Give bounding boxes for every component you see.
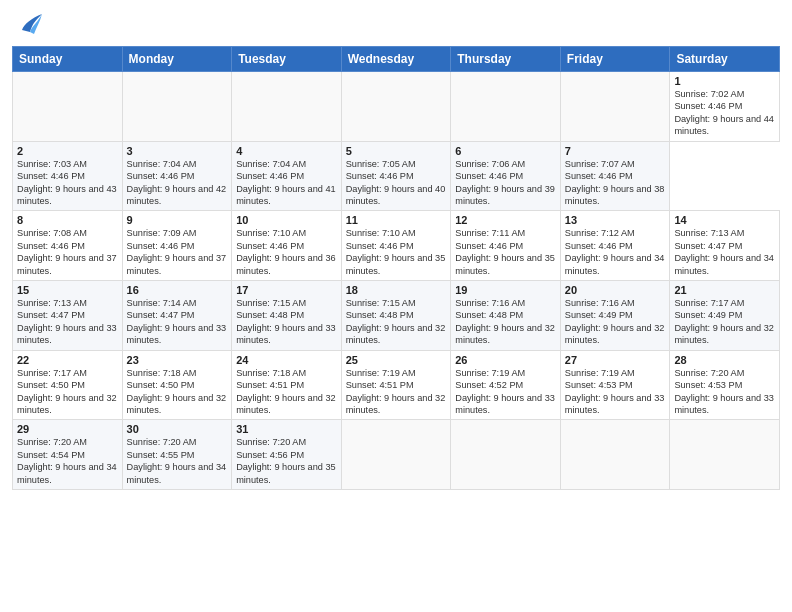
day-number: 10 (236, 214, 337, 226)
empty-cell (451, 72, 561, 142)
day-info: Sunrise: 7:10 AMSunset: 4:46 PMDaylight:… (236, 227, 337, 277)
day-number: 13 (565, 214, 666, 226)
calendar-day-25: 25Sunrise: 7:19 AMSunset: 4:51 PMDayligh… (341, 350, 451, 420)
page: SundayMondayTuesdayWednesdayThursdayFrid… (0, 0, 792, 612)
calendar-week-2: 8Sunrise: 7:08 AMSunset: 4:46 PMDaylight… (13, 211, 780, 281)
calendar: SundayMondayTuesdayWednesdayThursdayFrid… (12, 46, 780, 490)
day-number: 15 (17, 284, 118, 296)
day-number: 7 (565, 145, 666, 157)
day-header-sunday: Sunday (13, 47, 123, 72)
day-info: Sunrise: 7:10 AMSunset: 4:46 PMDaylight:… (346, 227, 447, 277)
day-info: Sunrise: 7:15 AMSunset: 4:48 PMDaylight:… (236, 297, 337, 347)
day-number: 11 (346, 214, 447, 226)
calendar-day-6: 6Sunrise: 7:06 AMSunset: 4:46 PMDaylight… (451, 141, 561, 211)
empty-cell (560, 72, 670, 142)
day-info: Sunrise: 7:15 AMSunset: 4:48 PMDaylight:… (346, 297, 447, 347)
calendar-day-24: 24Sunrise: 7:18 AMSunset: 4:51 PMDayligh… (232, 350, 342, 420)
day-info: Sunrise: 7:16 AMSunset: 4:49 PMDaylight:… (565, 297, 666, 347)
day-info: Sunrise: 7:19 AMSunset: 4:52 PMDaylight:… (455, 367, 556, 417)
calendar-day-12: 12Sunrise: 7:11 AMSunset: 4:46 PMDayligh… (451, 211, 561, 281)
calendar-week-5: 29Sunrise: 7:20 AMSunset: 4:54 PMDayligh… (13, 420, 780, 490)
day-info: Sunrise: 7:20 AMSunset: 4:53 PMDaylight:… (674, 367, 775, 417)
empty-cell (451, 420, 561, 490)
empty-cell (341, 72, 451, 142)
calendar-day-2: 2Sunrise: 7:03 AMSunset: 4:46 PMDaylight… (13, 141, 123, 211)
day-info: Sunrise: 7:13 AMSunset: 4:47 PMDaylight:… (674, 227, 775, 277)
calendar-day-29: 29Sunrise: 7:20 AMSunset: 4:54 PMDayligh… (13, 420, 123, 490)
day-info: Sunrise: 7:17 AMSunset: 4:49 PMDaylight:… (674, 297, 775, 347)
calendar-day-20: 20Sunrise: 7:16 AMSunset: 4:49 PMDayligh… (560, 281, 670, 351)
calendar-header-row: SundayMondayTuesdayWednesdayThursdayFrid… (13, 47, 780, 72)
calendar-day-4: 4Sunrise: 7:04 AMSunset: 4:46 PMDaylight… (232, 141, 342, 211)
day-info: Sunrise: 7:11 AMSunset: 4:46 PMDaylight:… (455, 227, 556, 277)
day-number: 22 (17, 354, 118, 366)
calendar-day-26: 26Sunrise: 7:19 AMSunset: 4:52 PMDayligh… (451, 350, 561, 420)
calendar-day-17: 17Sunrise: 7:15 AMSunset: 4:48 PMDayligh… (232, 281, 342, 351)
calendar-day-15: 15Sunrise: 7:13 AMSunset: 4:47 PMDayligh… (13, 281, 123, 351)
day-number: 24 (236, 354, 337, 366)
calendar-day-14: 14Sunrise: 7:13 AMSunset: 4:47 PMDayligh… (670, 211, 780, 281)
calendar-day-11: 11Sunrise: 7:10 AMSunset: 4:46 PMDayligh… (341, 211, 451, 281)
calendar-week-0: 1Sunrise: 7:02 AMSunset: 4:46 PMDaylight… (13, 72, 780, 142)
calendar-day-30: 30Sunrise: 7:20 AMSunset: 4:55 PMDayligh… (122, 420, 232, 490)
day-number: 3 (127, 145, 228, 157)
calendar-week-4: 22Sunrise: 7:17 AMSunset: 4:50 PMDayligh… (13, 350, 780, 420)
day-info: Sunrise: 7:09 AMSunset: 4:46 PMDaylight:… (127, 227, 228, 277)
day-number: 12 (455, 214, 556, 226)
calendar-day-10: 10Sunrise: 7:10 AMSunset: 4:46 PMDayligh… (232, 211, 342, 281)
day-number: 4 (236, 145, 337, 157)
calendar-day-5: 5Sunrise: 7:05 AMSunset: 4:46 PMDaylight… (341, 141, 451, 211)
empty-cell (232, 72, 342, 142)
empty-cell (13, 72, 123, 142)
day-number: 9 (127, 214, 228, 226)
day-info: Sunrise: 7:20 AMSunset: 4:55 PMDaylight:… (127, 436, 228, 486)
calendar-day-13: 13Sunrise: 7:12 AMSunset: 4:46 PMDayligh… (560, 211, 670, 281)
empty-cell (341, 420, 451, 490)
day-number: 25 (346, 354, 447, 366)
day-number: 14 (674, 214, 775, 226)
day-number: 1 (674, 75, 775, 87)
day-number: 6 (455, 145, 556, 157)
day-number: 28 (674, 354, 775, 366)
day-number: 19 (455, 284, 556, 296)
day-info: Sunrise: 7:14 AMSunset: 4:47 PMDaylight:… (127, 297, 228, 347)
day-info: Sunrise: 7:13 AMSunset: 4:47 PMDaylight:… (17, 297, 118, 347)
day-info: Sunrise: 7:07 AMSunset: 4:46 PMDaylight:… (565, 158, 666, 208)
logo-bird-icon (14, 10, 44, 38)
day-info: Sunrise: 7:18 AMSunset: 4:50 PMDaylight:… (127, 367, 228, 417)
day-info: Sunrise: 7:16 AMSunset: 4:48 PMDaylight:… (455, 297, 556, 347)
day-info: Sunrise: 7:19 AMSunset: 4:51 PMDaylight:… (346, 367, 447, 417)
empty-cell (122, 72, 232, 142)
day-info: Sunrise: 7:04 AMSunset: 4:46 PMDaylight:… (236, 158, 337, 208)
day-number: 18 (346, 284, 447, 296)
day-header-wednesday: Wednesday (341, 47, 451, 72)
day-header-monday: Monday (122, 47, 232, 72)
day-number: 26 (455, 354, 556, 366)
day-info: Sunrise: 7:02 AMSunset: 4:46 PMDaylight:… (674, 88, 775, 138)
day-info: Sunrise: 7:19 AMSunset: 4:53 PMDaylight:… (565, 367, 666, 417)
empty-cell (670, 420, 780, 490)
calendar-day-16: 16Sunrise: 7:14 AMSunset: 4:47 PMDayligh… (122, 281, 232, 351)
day-info: Sunrise: 7:06 AMSunset: 4:46 PMDaylight:… (455, 158, 556, 208)
calendar-day-18: 18Sunrise: 7:15 AMSunset: 4:48 PMDayligh… (341, 281, 451, 351)
day-info: Sunrise: 7:17 AMSunset: 4:50 PMDaylight:… (17, 367, 118, 417)
day-header-saturday: Saturday (670, 47, 780, 72)
day-number: 2 (17, 145, 118, 157)
calendar-day-28: 28Sunrise: 7:20 AMSunset: 4:53 PMDayligh… (670, 350, 780, 420)
day-info: Sunrise: 7:03 AMSunset: 4:46 PMDaylight:… (17, 158, 118, 208)
day-number: 5 (346, 145, 447, 157)
calendar-day-21: 21Sunrise: 7:17 AMSunset: 4:49 PMDayligh… (670, 281, 780, 351)
day-number: 17 (236, 284, 337, 296)
day-header-tuesday: Tuesday (232, 47, 342, 72)
day-info: Sunrise: 7:18 AMSunset: 4:51 PMDaylight:… (236, 367, 337, 417)
calendar-day-7: 7Sunrise: 7:07 AMSunset: 4:46 PMDaylight… (560, 141, 670, 211)
header (12, 10, 780, 38)
calendar-week-1: 2Sunrise: 7:03 AMSunset: 4:46 PMDaylight… (13, 141, 780, 211)
calendar-day-22: 22Sunrise: 7:17 AMSunset: 4:50 PMDayligh… (13, 350, 123, 420)
calendar-day-19: 19Sunrise: 7:16 AMSunset: 4:48 PMDayligh… (451, 281, 561, 351)
day-info: Sunrise: 7:20 AMSunset: 4:56 PMDaylight:… (236, 436, 337, 486)
calendar-day-9: 9Sunrise: 7:09 AMSunset: 4:46 PMDaylight… (122, 211, 232, 281)
calendar-day-3: 3Sunrise: 7:04 AMSunset: 4:46 PMDaylight… (122, 141, 232, 211)
logo (12, 10, 44, 38)
day-header-friday: Friday (560, 47, 670, 72)
